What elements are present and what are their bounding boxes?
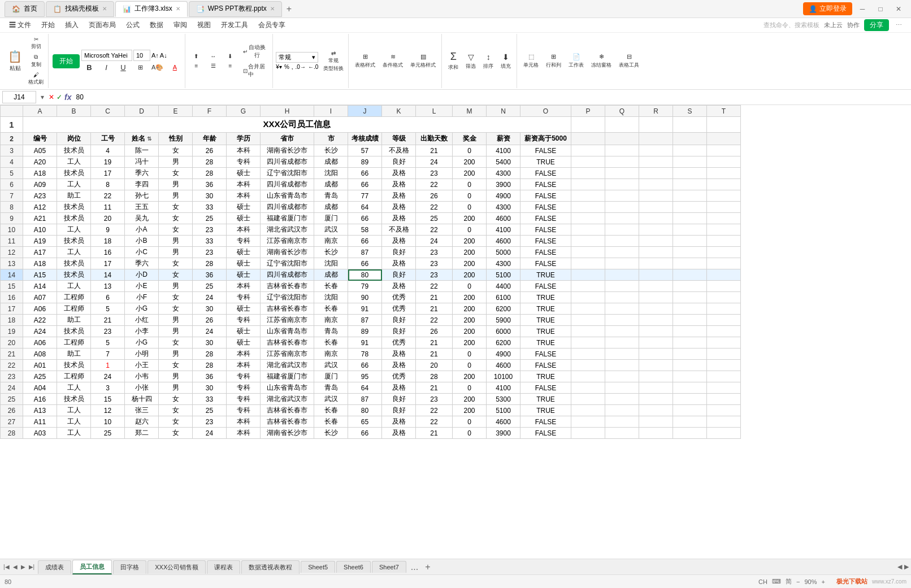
more-ribbon-btn[interactable]: ⋯ xyxy=(896,21,902,29)
cell-5-5[interactable]: 28 xyxy=(193,168,227,179)
start-button[interactable]: 开始 xyxy=(53,54,80,68)
cell-14-14[interactable]: TRUE xyxy=(520,269,571,281)
header-F[interactable]: 年龄 xyxy=(193,133,227,145)
fill-button[interactable]: ⬇ 填充 xyxy=(497,50,514,72)
cell-12-13[interactable]: 5000 xyxy=(487,247,520,258)
cell-28-13[interactable]: 3900 xyxy=(487,428,520,439)
cell-28-4[interactable]: 女 xyxy=(159,428,193,439)
cell-26-0[interactable]: A13 xyxy=(23,405,57,416)
cell-10-14[interactable]: FALSE xyxy=(520,224,571,236)
cell-15-12[interactable]: 0 xyxy=(453,281,487,292)
cell-28-8[interactable]: 长沙 xyxy=(314,428,348,439)
cell-25-10[interactable]: 良好 xyxy=(382,394,416,405)
row-header-4[interactable]: 4 xyxy=(1,156,23,168)
cell-18-4[interactable]: 男 xyxy=(159,315,193,326)
cell-18-9[interactable]: 87 xyxy=(348,315,382,326)
cell-19-6[interactable]: 硕士 xyxy=(227,326,261,337)
col-E[interactable]: E xyxy=(159,106,193,117)
cell-22-12[interactable]: 0 xyxy=(453,360,487,371)
row-header-16[interactable]: 16 xyxy=(1,292,23,303)
cell-19-5[interactable]: 24 xyxy=(193,326,227,337)
cell-4-4[interactable]: 男 xyxy=(159,156,193,168)
cell-3-8[interactable]: 长沙 xyxy=(314,145,348,156)
cell-27-6[interactable]: 本科 xyxy=(227,416,261,428)
cell-23-13[interactable]: 10100 xyxy=(487,371,520,382)
sheet-tab-courses[interactable]: 课程表 xyxy=(207,560,240,574)
cell-6-5[interactable]: 36 xyxy=(193,179,227,190)
cell-26-11[interactable]: 22 xyxy=(416,405,453,416)
cell-21-6[interactable]: 本科 xyxy=(227,349,261,360)
cell-24-10[interactable]: 及格 xyxy=(382,382,416,394)
scroll-right-btn[interactable]: ▶ xyxy=(904,563,909,570)
filter-button[interactable]: ▽ 筛选 xyxy=(462,50,479,72)
cell-26-7[interactable]: 吉林省长春市 xyxy=(261,405,314,416)
row-header-22[interactable]: 22 xyxy=(1,360,23,371)
cell-28-5[interactable]: 24 xyxy=(193,428,227,439)
scroll-left-btn[interactable]: ◀ xyxy=(897,563,902,570)
cell-21-9[interactable]: 78 xyxy=(348,349,382,360)
cell-reference-input[interactable] xyxy=(2,91,36,103)
cell-4-13[interactable]: 5400 xyxy=(487,156,520,168)
cell-20-9[interactable]: 91 xyxy=(348,337,382,349)
row-col-button[interactable]: ⊞ 行和列 xyxy=(543,51,565,71)
cell-11-7[interactable]: 江苏省南京市 xyxy=(261,236,314,247)
row-header-12[interactable]: 12 xyxy=(1,247,23,258)
search-placeholder[interactable]: 查找命令、搜索模板 xyxy=(763,21,819,29)
cell-6-2[interactable]: 8 xyxy=(91,179,125,190)
cell-25-9[interactable]: 87 xyxy=(348,394,382,405)
cell-27-3[interactable]: 赵六 xyxy=(125,416,159,428)
sheet-tab-sales[interactable]: XXX公司销售额 xyxy=(148,560,206,574)
cell-9-2[interactable]: 20 xyxy=(91,213,125,224)
cell-17-13[interactable]: 6200 xyxy=(487,303,520,315)
cell-17-10[interactable]: 优秀 xyxy=(382,303,416,315)
cell-12-10[interactable]: 良好 xyxy=(382,247,416,258)
sheet-tab-more[interactable]: ... xyxy=(407,562,422,572)
header-J[interactable]: 考核成绩 xyxy=(348,133,382,145)
sheet-tab-scores[interactable]: 成绩表 xyxy=(38,560,71,574)
cell-24-11[interactable]: 21 xyxy=(416,382,453,394)
maximize-button[interactable]: □ xyxy=(873,3,888,15)
cell-7-9[interactable]: 77 xyxy=(348,190,382,202)
menu-start[interactable]: 开始 xyxy=(37,19,59,31)
row-header-10[interactable]: 10 xyxy=(1,224,23,236)
cell-6-3[interactable]: 李四 xyxy=(125,179,159,190)
cell-8-7[interactable]: 四川省成都市 xyxy=(261,202,314,213)
cell-23-7[interactable]: 福建省厦门市 xyxy=(261,371,314,382)
cell-18-2[interactable]: 21 xyxy=(91,315,125,326)
cell-4-10[interactable]: 良好 xyxy=(382,156,416,168)
cell-12-9[interactable]: 87 xyxy=(348,247,382,258)
cell-3-3[interactable]: 陈一 xyxy=(125,145,159,156)
cell-12-7[interactable]: 湖南省长沙市 xyxy=(261,247,314,258)
cell-6-11[interactable]: 22 xyxy=(416,179,453,190)
cell-5-0[interactable]: A18 xyxy=(23,168,57,179)
cell-23-2[interactable]: 24 xyxy=(91,371,125,382)
row-header-15[interactable]: 15 xyxy=(1,281,23,292)
new-tab-button[interactable]: + xyxy=(283,4,295,14)
cell-16-3[interactable]: 小F xyxy=(125,292,159,303)
cell-10-8[interactable]: 武汉 xyxy=(314,224,348,236)
cell-15-5[interactable]: 25 xyxy=(193,281,227,292)
cell-3-10[interactable]: 不及格 xyxy=(382,145,416,156)
cell-22-0[interactable]: A01 xyxy=(23,360,57,371)
cell-28-1[interactable]: 工人 xyxy=(57,428,91,439)
cell-3-7[interactable]: 湖南省长沙市 xyxy=(261,145,314,156)
cell-22-7[interactable]: 湖北省武汉市 xyxy=(261,360,314,371)
cell-17-7[interactable]: 吉林省长春市 xyxy=(261,303,314,315)
cell-9-4[interactable]: 女 xyxy=(159,213,193,224)
cell-16-4[interactable]: 女 xyxy=(159,292,193,303)
cell-21-12[interactable]: 0 xyxy=(453,349,487,360)
cell-7-13[interactable]: 4900 xyxy=(487,190,520,202)
cell-14-10[interactable]: 良好 xyxy=(382,269,416,281)
cell-5-4[interactable]: 女 xyxy=(159,168,193,179)
header-N[interactable]: 薪资 xyxy=(487,133,520,145)
cell-11-9[interactable]: 66 xyxy=(348,236,382,247)
row-header-7[interactable]: 7 xyxy=(1,190,23,202)
cell-5-1[interactable]: 技术员 xyxy=(57,168,91,179)
cell-26-9[interactable]: 80 xyxy=(348,405,382,416)
row-header-20[interactable]: 20 xyxy=(1,337,23,349)
menu-view[interactable]: 视图 xyxy=(193,19,215,31)
cell-23-8[interactable]: 厦门 xyxy=(314,371,348,382)
cell-11-1[interactable]: 技术员 xyxy=(57,236,91,247)
cell-14-13[interactable]: 5100 xyxy=(487,269,520,281)
menu-review[interactable]: 审阅 xyxy=(169,19,192,31)
